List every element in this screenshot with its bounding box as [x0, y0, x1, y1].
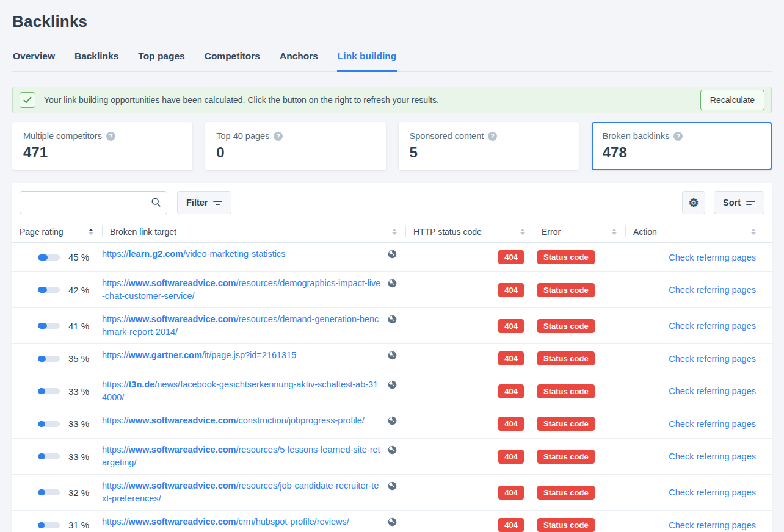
stat-card-label: Broken backlinks [603, 131, 670, 141]
sort-arrows-icon [520, 229, 525, 235]
tab[interactable]: Backlinks [74, 47, 119, 72]
page-rating-bar [38, 453, 60, 459]
globe-icon[interactable] [388, 380, 397, 389]
search-icon [151, 197, 161, 209]
table-row: 45 % https://learn.g2.com/video-marketin… [12, 243, 772, 272]
table-row: 42 % https://www.softwareadvice.com/reso… [12, 272, 772, 308]
tab[interactable]: Overview [12, 47, 56, 72]
sort-arrows-icon [392, 229, 397, 235]
banner-message: Your link building opportunities have be… [44, 95, 439, 105]
page-rating-fill [38, 388, 45, 394]
broken-link-url[interactable]: https://www.softwareadvice.com/resources… [102, 480, 382, 505]
table-row: 31 % https://www.softwareadvice.com/crm/… [12, 511, 772, 532]
globe-icon[interactable] [388, 315, 397, 324]
table-row: 33 % https://www.softwareadvice.com/reso… [12, 439, 772, 475]
check-referring-pages-link[interactable]: Check referring pages [669, 253, 756, 262]
page-rating-fill [38, 453, 45, 459]
globe-icon[interactable] [388, 279, 397, 288]
page-rating-value: 33 % [68, 451, 89, 462]
broken-link-url[interactable]: https://www.softwareadvice.com/resources… [102, 444, 382, 469]
check-referring-pages-link[interactable]: Check referring pages [669, 451, 756, 461]
url-path: /it/page.jsp?id=2161315 [202, 350, 296, 360]
error-badge: Status code [537, 283, 595, 297]
http-status-badge: 404 [498, 450, 524, 464]
stat-card-label: Sponsored content [410, 131, 484, 141]
table-row: 33 % https://t3n.de/news/facebook-gesich… [12, 373, 772, 409]
globe-icon[interactable] [388, 481, 397, 491]
url-domain: www.softwareadvice.com [129, 481, 236, 491]
page-rating-bar [38, 489, 60, 495]
broken-link-url[interactable]: https://www.softwareadvice.com/resources… [102, 277, 382, 303]
sort-button-label: Sort [723, 198, 741, 207]
globe-icon[interactable] [388, 351, 397, 360]
globe-icon[interactable] [388, 445, 397, 455]
search-input[interactable] [20, 191, 167, 214]
page-rating-fill [38, 522, 45, 528]
stat-card-value: 5 [410, 144, 568, 161]
settings-button[interactable]: ⚙ [682, 191, 705, 214]
check-referring-pages-link[interactable]: Check referring pages [669, 321, 756, 331]
check-referring-pages-link[interactable]: Check referring pages [669, 419, 756, 429]
column-header-broken-link-target[interactable]: Broken link target [102, 221, 405, 242]
help-icon[interactable]: ? [673, 132, 683, 141]
broken-link-url[interactable]: https://www.softwareadvice.com/construct… [102, 414, 382, 427]
check-icon [20, 92, 35, 108]
column-header-action[interactable]: Action [625, 221, 764, 242]
page-rating-value: 31 % [68, 520, 89, 530]
globe-icon[interactable] [388, 517, 397, 527]
broken-link-url[interactable]: https://learn.g2.com/video-marketing-sta… [102, 248, 382, 261]
stat-card[interactable]: Top 40 pages ? 0 [205, 122, 385, 170]
table-row: 35 % https://www.gartner.com/it/page.jsp… [12, 344, 772, 373]
table-row: 41 % https://www.softwareadvice.com/reso… [12, 308, 772, 344]
sort-arrows-icon [612, 229, 617, 235]
broken-link-url[interactable]: https://www.gartner.com/it/page.jsp?id=2… [102, 349, 382, 362]
check-referring-pages-link[interactable]: Check referring pages [669, 354, 756, 364]
recalculate-button[interactable]: Recalculate [700, 90, 764, 110]
column-header-error[interactable]: Error [534, 221, 625, 242]
sort-icon [746, 201, 755, 205]
tab[interactable]: Top pages [137, 47, 185, 72]
help-icon[interactable]: ? [488, 132, 497, 141]
stat-card[interactable]: Broken backlinks ? 478 [592, 122, 772, 170]
filter-button[interactable]: Filter [177, 191, 231, 214]
stat-card-value: 471 [23, 144, 181, 161]
sort-button[interactable]: Sort [714, 191, 764, 214]
broken-link-url[interactable]: https://t3n.de/news/facebook-gesichtserk… [102, 378, 382, 404]
url-path: /video-marketing-statistics [183, 249, 286, 259]
stat-card-value: 478 [603, 144, 761, 161]
stat-card[interactable]: Sponsored content ? 5 [399, 122, 579, 170]
sort-arrows-icon [89, 229, 93, 235]
tab-bar: Overview Backlinks Top pages Competitors… [12, 47, 772, 72]
stat-card[interactable]: Multiple competitors ? 471 [12, 122, 192, 170]
column-header-page-rating[interactable]: Page rating [20, 221, 102, 242]
url-domain: www.softwareadvice.com [129, 278, 236, 288]
page-rating-fill [38, 489, 45, 495]
broken-link-url[interactable]: https://www.softwareadvice.com/crm/hubsp… [102, 516, 382, 528]
gear-icon: ⚙ [688, 197, 699, 209]
globe-icon[interactable] [388, 250, 397, 259]
tab[interactable]: Anchors [279, 47, 319, 72]
stat-card-value: 0 [216, 144, 374, 161]
globe-icon[interactable] [388, 416, 397, 425]
check-referring-pages-link[interactable]: Check referring pages [669, 386, 756, 396]
help-icon[interactable]: ? [274, 132, 283, 141]
page-rating-value: 32 % [68, 487, 89, 498]
stat-card-label: Multiple competitors [23, 131, 102, 141]
url-domain: www.softwareadvice.com [129, 445, 236, 455]
tab[interactable]: Link building [337, 47, 397, 72]
broken-link-url[interactable]: https://www.softwareadvice.com/resources… [102, 313, 382, 339]
stat-card-label: Top 40 pages [216, 131, 269, 141]
page-rating-value: 33 % [68, 386, 89, 397]
tab[interactable]: Competitors [204, 47, 261, 72]
check-referring-pages-link[interactable]: Check referring pages [669, 520, 756, 530]
check-referring-pages-link[interactable]: Check referring pages [669, 285, 756, 295]
error-badge: Status code [537, 450, 595, 464]
error-badge: Status code [537, 518, 595, 532]
check-referring-pages-link[interactable]: Check referring pages [669, 487, 756, 497]
column-header-http-status-code[interactable]: HTTP status code [405, 221, 534, 242]
help-icon[interactable]: ? [106, 132, 115, 141]
url-domain: www.softwareadvice.com [129, 314, 236, 324]
page-rating-value: 45 % [68, 252, 89, 262]
error-badge: Status code [537, 351, 595, 365]
url-path: /crm/hubspot-profile/reviews/ [236, 517, 349, 527]
